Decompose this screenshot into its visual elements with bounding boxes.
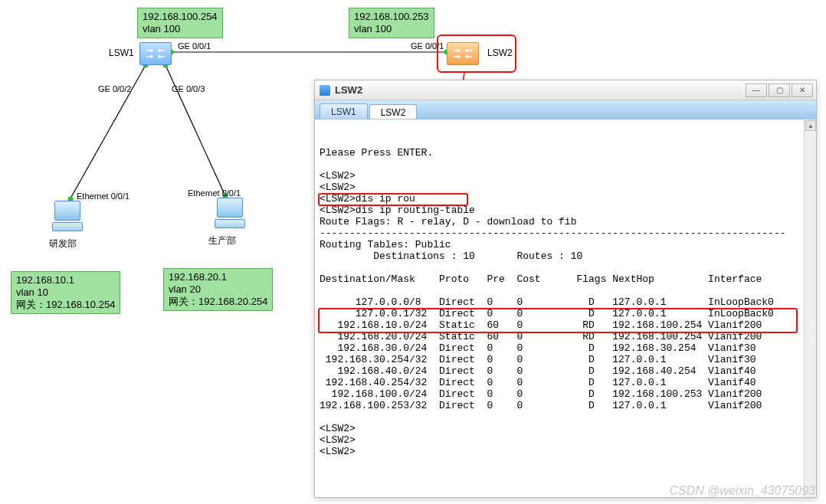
pc-shengchan[interactable] [215,198,245,230]
minimize-button[interactable]: — [746,83,767,97]
highlight-command [318,193,468,206]
link-lsw1-ge002: GE 0/0/2 [98,84,131,93]
lsw2-ip-label: 192.168.100.253 vlan 100 [349,8,434,38]
scroll-up-button[interactable]: ▲ [805,120,816,131]
scrollbar[interactable]: ▲ [804,119,816,497]
close-button[interactable]: ✕ [792,83,813,97]
watermark: CSDN @weixin_43075093 [669,484,815,498]
link-lsw2-ge001: GE 0/0/1 [411,41,444,51]
link-lsw1-ge001: GE 0/0/1 [178,41,211,51]
pc1-label: 研发部 [49,237,77,250]
tab-lsw1[interactable]: LSW1 [320,103,368,119]
window-titlebar[interactable]: LSW2 — ▢ ✕ [315,80,816,100]
lsw1-ip-label: 192.168.100.254 vlan 100 [137,8,223,38]
pc2-eth-label: Ethernet 0/0/1 [188,188,241,198]
tab-bar: LSW1 LSW2 [315,100,816,119]
pc1-info: 192.168.10.1 vlan 10 网关：192.168.10.254 [11,271,120,314]
terminal-window: LSW2 — ▢ ✕ LSW1 LSW2 Please Press ENTER.… [314,80,817,498]
maximize-button[interactable]: ▢ [769,83,790,97]
pc2-label: 生产部 [208,234,236,247]
tab-lsw2[interactable]: LSW2 [369,104,418,119]
switch-lsw1[interactable] [139,42,172,65]
window-title: LSW2 [335,84,744,96]
pc-yanfa[interactable] [52,201,83,233]
terminal-body[interactable]: Please Press ENTER. <LSW2> <LSW2> <LSW2>… [315,119,816,497]
switch-lsw1-label: LSW1 [109,47,134,58]
pc2-info: 192.168.20.1 vlan 20 网关：192.168.20.254 [163,268,273,311]
terminal-text: Please Press ENTER. <LSW2> <LSW2> <LSW2>… [315,129,816,462]
highlight-static-routes [318,308,798,333]
lsw2-highlight-box [437,34,516,73]
app-icon [320,85,330,96]
link-lsw1-ge003: GE 0/0/3 [172,84,205,93]
pc1-eth-label: Ethernet 0/0/1 [77,191,129,201]
